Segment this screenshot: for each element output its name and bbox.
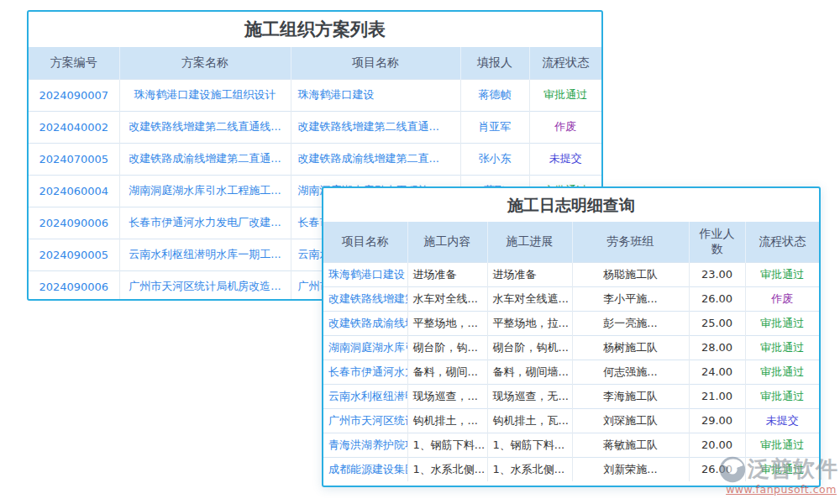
status-cell: 未提交 [745,408,819,433]
content-cell: 钩机排土，... [407,408,487,433]
col-header-status: 流程状态 [745,222,819,262]
project-name-cell[interactable]: 云南水利枢纽潜明水库一期... [323,384,407,408]
plan-id-cell[interactable]: 2024060004 [29,175,119,207]
table-row[interactable]: 改建铁路成渝线增建第二直... 平整场地，... 平整场地，拉... 彭一亮施.… [323,311,819,335]
content-cell: 平整场地，... [407,311,487,335]
plan-name-cell[interactable]: 改建铁路线增建第二线直通线... [119,111,291,143]
table-row[interactable]: 云南水利枢纽潜明水库一期... 现场巡查，... 现场巡查，无... 李海施工队… [323,384,819,408]
team-cell: 何志强施... [572,360,689,384]
progress-cell: 现场巡查，无... [487,384,572,408]
project-name-cell[interactable]: 改建铁路线增建第二线直通... [323,286,407,311]
progress-cell: 备料，砌间墙... [487,360,572,384]
project-name-cell[interactable]: 广州市天河区统计局机房改... [323,408,407,433]
plan-panel-title: 施工组织方案列表 [29,12,601,47]
col-header-status: 流程状态 [529,47,601,79]
log-table-header-row: 项目名称 施工内容 施工进展 劳务班组 作业人数 流程状态 [323,222,819,262]
plan-id-cell[interactable]: 2024070005 [29,143,119,175]
table-row[interactable]: 2024090007 珠海鹤港口建设施工组织设计 珠海鹤港口建设 蒋德帧 审批通… [29,79,601,111]
plan-name-cell[interactable]: 珠海鹤港口建设施工组织设计 [119,79,291,111]
status-cell: 审批通过 [745,311,819,335]
status-badge: 审批通过 [760,438,804,451]
vendor-watermark: 泛普软件 www.fanpusoft.com [719,454,840,496]
content-cell: 备料，砌间... [407,360,487,384]
plan-id-cell[interactable]: 2024090005 [29,239,119,270]
team-cell: 刘新荣施... [572,457,689,481]
col-header-workers: 作业人数 [689,222,745,262]
workers-cell: 23.00 [689,262,745,286]
plan-name-cell[interactable]: 改建铁路成渝线增建第二直通... [119,143,291,175]
table-row[interactable]: 青海洪湖养护院项目 1、钢筋下料... 1、钢筋下料... 蒋敏施工队 20.0… [323,433,819,457]
team-cell: 杨聪施工队 [572,262,689,286]
col-header-plan-name: 方案名称 [119,47,291,79]
plan-table-header-row: 方案编号 方案名称 项目名称 填报人 流程状态 [29,47,601,79]
project-name-cell[interactable]: 湖南洞庭湖水库引水工程施... [323,335,407,360]
col-header-reporter: 填报人 [460,47,529,79]
status-badge: 审批通过 [760,268,804,281]
status-cell: 作废 [745,286,819,311]
progress-cell: 进场准备 [487,262,572,286]
plan-name-cell[interactable]: 云南水利枢纽潜明水库一期工... [119,239,291,270]
plan-id-cell[interactable]: 2024090007 [29,79,119,111]
workers-cell: 24.00 [689,360,745,384]
reporter-cell: 肖亚军 [460,111,529,143]
col-header-project-name: 项目名称 [291,47,460,79]
progress-cell: 1、钢筋下料... [487,433,572,457]
project-name-cell[interactable]: 珠海鹤港口建设 [323,262,407,286]
progress-cell: 钩机排土，瓦... [487,408,572,433]
status-cell: 审批通过 [745,262,819,286]
log-detail-panel: 施工日志明细查询 项目名称 施工内容 施工进展 劳务班组 作业人数 流程状态 珠… [322,186,821,487]
status-cell: 审批通过 [745,335,819,360]
team-cell: 杨树施工队 [572,335,689,360]
content-cell: 1、钢筋下料... [407,433,487,457]
status-badge: 未提交 [549,152,582,165]
progress-cell: 砌台阶，钩机... [487,335,572,360]
project-name-cell[interactable]: 成都能源建设集团项目 [323,457,407,481]
status-badge: 审批通过 [760,341,804,354]
progress-cell: 水车对全线遮... [487,286,572,311]
col-header-content: 施工内容 [407,222,487,262]
content-cell: 1、水系北侧... [407,457,487,481]
status-cell: 未提交 [529,143,601,175]
plan-id-cell[interactable]: 2024090006 [29,207,119,239]
page: 施工组织方案列表 方案编号 方案名称 项目名称 填报人 流程状态 2024090… [0,0,840,504]
table-row[interactable]: 湖南洞庭湖水库引水工程施... 砌台阶，钩... 砌台阶，钩机... 杨树施工队… [323,335,819,360]
project-name-cell[interactable]: 改建铁路成渝线增建第二直... [291,143,460,175]
workers-cell: 28.00 [689,335,745,360]
plan-name-cell[interactable]: 湖南洞庭湖水库引水工程施工... [119,175,291,207]
project-name-cell[interactable]: 长春市伊通河水力发电厂改... [323,360,407,384]
workers-cell: 26.00 [689,286,745,311]
plan-id-cell[interactable]: 2024090006 [29,270,119,301]
watermark-url[interactable]: www.fanpusoft.com [719,483,840,496]
project-name-cell[interactable]: 青海洪湖养护院项目 [323,433,407,457]
table-row[interactable]: 长春市伊通河水力发电厂改... 备料，砌间... 备料，砌间墙... 何志强施.… [323,360,819,384]
status-cell: 审批通过 [745,384,819,408]
plan-name-cell[interactable]: 长春市伊通河水力发电厂改建... [119,207,291,239]
team-cell: 蒋敏施工队 [572,433,689,457]
table-row[interactable]: 2024070005 改建铁路成渝线增建第二直通... 改建铁路成渝线增建第二直… [29,143,601,175]
progress-cell: 平整场地，拉... [487,311,572,335]
workers-cell: 20.00 [689,433,745,457]
status-cell: 审批通过 [745,433,819,457]
project-name-cell[interactable]: 改建铁路线增建第二线直通... [291,111,460,143]
status-badge: 未提交 [766,414,799,427]
project-name-cell[interactable]: 珠海鹤港口建设 [291,79,460,111]
table-row[interactable]: 珠海鹤港口建设 进场准备 进场准备 杨聪施工队 23.00 审批通过 [323,262,819,286]
table-row[interactable]: 广州市天河区统计局机房改... 钩机排土，... 钩机排土，瓦... 刘琛施工队… [323,408,819,433]
col-header-team: 劳务班组 [572,222,689,262]
content-cell: 砌台阶，钩... [407,335,487,360]
workers-cell: 21.00 [689,384,745,408]
table-row[interactable]: 改建铁路线增建第二线直通... 水车对全线... 水车对全线遮... 李小平施.… [323,286,819,311]
content-cell: 水车对全线... [407,286,487,311]
watermark-brand-text: 泛普软件 [748,454,838,484]
col-header-plan-id: 方案编号 [29,47,119,79]
table-row[interactable]: 2024040002 改建铁路线增建第二线直通线... 改建铁路线增建第二线直通… [29,111,601,143]
project-name-cell[interactable]: 改建铁路成渝线增建第二直... [323,311,407,335]
workers-cell: 25.00 [689,311,745,335]
status-badge: 审批通过 [543,88,587,101]
plan-id-cell[interactable]: 2024040002 [29,111,119,143]
content-cell: 进场准备 [407,262,487,286]
team-cell: 刘琛施工队 [572,408,689,433]
plan-name-cell[interactable]: 广州市天河区统计局机房改造... [119,270,291,301]
status-badge: 审批通过 [760,317,804,329]
team-cell: 彭一亮施... [572,311,689,335]
